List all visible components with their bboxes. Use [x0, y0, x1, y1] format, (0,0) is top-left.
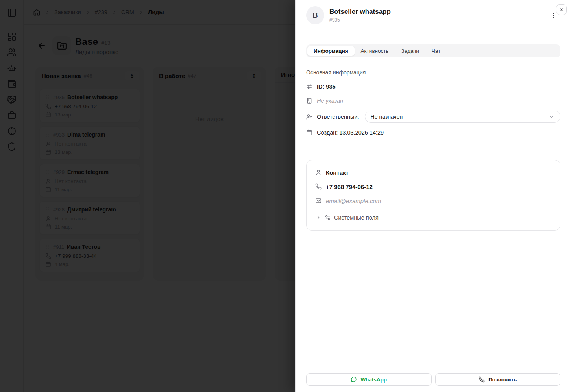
info-row-id: ID: 935: [306, 82, 560, 91]
contact-email-row: [315, 196, 551, 205]
company-value: Не указан: [317, 98, 343, 104]
call-label: Позвонить: [488, 377, 517, 383]
chevron-right-icon: [315, 215, 322, 220]
lead-id-value: ID: 935: [317, 83, 336, 90]
calendar-icon: [306, 129, 312, 136]
sliders-icon: [325, 214, 331, 221]
avatar: B: [306, 6, 324, 24]
whatsapp-button[interactable]: WhatsApp: [306, 373, 432, 386]
more-vertical-icon: [550, 12, 557, 19]
more-menu-button[interactable]: [550, 12, 557, 19]
created-value: Создан: 13.03.2026 14:29: [317, 129, 384, 136]
drawer-tabs: Информация Активность Задачи Чат: [306, 44, 560, 57]
lead-details-drawer: B Botseller whatsapp #935 Информация Акт…: [295, 0, 571, 392]
system-fields-label: Системные поля: [334, 214, 379, 221]
contact-phone-row: +7 968 794-06-12: [315, 182, 551, 191]
email-field[interactable]: [326, 198, 551, 204]
app-root: Заказчики #239 CRM Лиды Base #13: [0, 0, 571, 392]
contact-heading-row: Контакт: [315, 168, 551, 177]
whatsapp-label: WhatsApp: [360, 377, 387, 383]
close-button[interactable]: [556, 4, 567, 15]
drawer-body: Основная информация ID: 935 Не указан От…: [296, 57, 571, 366]
phone-icon: [315, 183, 322, 190]
contact-heading: Контакт: [326, 169, 349, 176]
responsible-select[interactable]: Не назначен: [365, 111, 560, 123]
contact-card: Контакт +7 968 794-06-12 Системные поля: [306, 160, 560, 231]
info-row-responsible: Ответственный: Не назначен: [306, 111, 560, 123]
info-row-created: Создан: 13.03.2026 14:29: [306, 128, 560, 137]
drawer-lead-id: #935: [329, 17, 391, 23]
phone-icon: [479, 376, 485, 383]
drawer-tabs-wrap: Информация Активность Задачи Чат: [306, 44, 560, 57]
drawer-footer: WhatsApp Позвонить: [296, 366, 571, 392]
drawer-title-block: Botseller whatsapp #935: [329, 8, 391, 22]
drawer-title: Botseller whatsapp: [329, 8, 391, 16]
info-row-company: Не указан: [306, 96, 560, 105]
user-check-icon: [306, 114, 312, 120]
tab-chat[interactable]: Чат: [425, 46, 447, 56]
responsible-label: Ответственный:: [317, 114, 359, 120]
close-icon: [559, 7, 564, 13]
whatsapp-icon: [351, 376, 357, 383]
section-heading: Основная информация: [306, 69, 560, 76]
chevron-down-icon: [548, 114, 554, 120]
divider: [306, 151, 560, 151]
tab-tasks[interactable]: Задачи: [395, 46, 425, 56]
hash-icon: [306, 83, 312, 90]
building-icon: [306, 98, 312, 104]
responsible-value: Не назначен: [371, 114, 403, 120]
mail-icon: [315, 198, 322, 204]
tab-activity[interactable]: Активность: [355, 46, 395, 56]
tab-information[interactable]: Информация: [307, 46, 355, 56]
drawer-header: B Botseller whatsapp #935: [296, 0, 571, 31]
spacer: [306, 231, 560, 366]
user-icon: [315, 169, 322, 176]
call-button[interactable]: Позвонить: [435, 373, 561, 386]
system-fields-toggle[interactable]: Системные поля: [315, 213, 551, 222]
contact-phone[interactable]: +7 968 794-06-12: [326, 183, 373, 190]
